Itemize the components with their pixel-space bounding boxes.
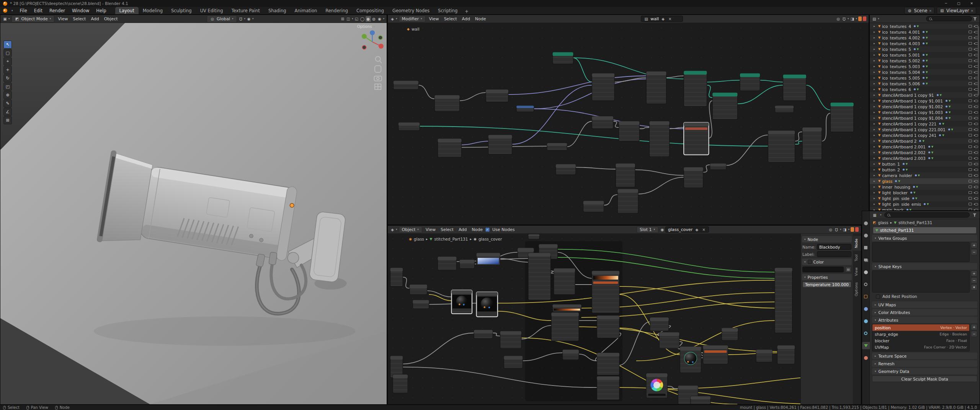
node[interactable] [553,52,573,64]
node-header[interactable] [477,292,498,296]
outliner-row[interactable]: ▸▼ico_textures_4.003▼ [870,41,980,46]
proportional-editing-icon[interactable]: ◉ [246,16,252,22]
sidebar-tab-tool[interactable]: Tool [853,252,861,264]
outliner-row[interactable]: ▸▼light_pin_side▼ [870,195,980,201]
show-gizmo-icon[interactable]: ⊞ [340,16,345,22]
outliner-row[interactable]: ▸▼glass▼ [870,178,980,184]
tool-annotate-icon[interactable]: ✎ [3,99,12,107]
object-name[interactable]: ico_textures_6 [882,87,911,92]
object-name[interactable]: light_pin_side [882,196,910,201]
object-name[interactable]: button_1 [882,162,900,166]
object-name[interactable]: stencilArtboard 1 copy 91.004 [882,116,943,120]
properties-tab-particles[interactable] [862,317,870,325]
workspace-tab[interactable]: UV Editing [196,7,227,14]
sidebar-tab-node[interactable]: Node [853,236,861,251]
outliner-row[interactable]: ▸▼stencilArtboard 2.001▼ [870,144,980,150]
node-header[interactable] [390,356,403,360]
node-header[interactable] [703,345,728,349]
expand-icon[interactable]: ▸ [874,70,877,74]
outliner-row[interactable]: ▸▼stencilArtboard 2.003▼ [870,155,980,161]
object-name[interactable]: stencilArtboard 2 [882,139,916,143]
node[interactable] [703,345,728,364]
node[interactable] [777,345,795,364]
expand-icon[interactable]: ▸ [874,24,877,28]
node[interactable] [554,268,575,294]
snap-magnet-icon[interactable]: Ω [834,227,839,233]
toggle-orange-icon[interactable] [858,16,862,21]
hide-render-icon[interactable] [975,123,978,125]
node-header[interactable] [710,164,726,166]
object-name[interactable]: stencilArtboard 1 copy 221 [882,122,936,126]
hide-render-icon[interactable] [975,186,978,188]
node-header[interactable] [438,257,456,260]
tool-measure-icon[interactable]: ∠ [3,108,12,116]
snap-magnet-icon[interactable]: Ω [841,16,847,22]
menu-select[interactable]: Select [438,227,456,232]
temperature-field[interactable]: Temperature100.000 [802,281,851,288]
menu-node[interactable]: Node [473,16,488,21]
node-header[interactable] [451,290,472,294]
tool-options-dropdown[interactable]: Options▾ [357,24,375,29]
object-name[interactable]: stencilArtboard 2.002 [882,150,926,155]
minimize-button[interactable]: ─ [945,2,947,5]
object-name[interactable]: stencilArtboard 2.003 [882,156,926,161]
hide-viewport-icon[interactable] [969,145,972,148]
outliner-row[interactable]: ▸▼button_2▼ [870,167,980,172]
outliner-row[interactable]: ▸▼light_pin_side_emis▼ [870,201,980,207]
expand-icon[interactable]: ▸ [874,36,877,39]
panel-header[interactable]: ▸UV Maps [872,301,977,308]
node[interactable] [616,164,635,187]
node-header[interactable] [650,317,669,321]
expand-icon[interactable]: ▸ [874,191,877,194]
object-name[interactable]: ico_textures_4.003 [882,41,920,46]
remove-attribute-button[interactable]: − [971,331,977,337]
clear-sculpt-mask-button[interactable]: Clear Sculpt Mask Data [872,376,977,382]
node-header[interactable] [597,376,619,380]
panel-header[interactable]: ▸Remesh [872,360,977,367]
node[interactable] [486,89,508,102]
menu-add[interactable]: Add [460,16,472,21]
node[interactable] [451,290,472,314]
hide-viewport-icon[interactable] [969,82,972,85]
node[interactable] [617,189,638,213]
node[interactable] [830,102,853,132]
expand-icon[interactable]: ▸ [874,133,877,137]
add-shape-key-button[interactable]: + [971,270,977,277]
expand-icon[interactable]: ▸ [874,202,877,206]
expand-icon[interactable]: ▸ [874,162,877,166]
hide-viewport-icon[interactable] [969,140,972,142]
hide-viewport-icon[interactable] [969,76,972,79]
node[interactable] [528,253,551,300]
editor-type-icon[interactable]: ▦ [872,212,877,218]
pin-icon[interactable]: ◎ [836,16,841,22]
node-header[interactable] [500,331,521,335]
expand-icon[interactable]: ▸ [874,139,877,143]
menu-select[interactable]: Select [442,16,459,21]
object-name[interactable]: stencilArtboard 1 copy 91.003 [882,110,943,115]
node-header[interactable] [646,373,667,377]
panel-header[interactable]: ▾Geometry Data [872,368,977,374]
node-header[interactable] [563,350,579,353]
node-tree-type-dropdown[interactable]: Modifier▾ [399,16,426,22]
outliner-row[interactable]: ▸▼stencilArtboard 2.002▼ [870,150,980,155]
outliner-row[interactable]: ▸▼ico_textures_6▼ [870,86,980,92]
hide-render-icon[interactable] [975,140,978,142]
tool-scale-icon[interactable]: ◰ [3,83,12,91]
node-header[interactable] [394,81,418,84]
hide-render-icon[interactable] [975,209,978,211]
node-header[interactable] [393,374,408,378]
outliner-row[interactable]: ▸▼ico_textures_4▼ [870,23,980,29]
hide-viewport-icon[interactable] [969,105,972,108]
node-header[interactable] [649,121,669,125]
expand-icon[interactable]: ▸ [874,59,877,62]
node-header[interactable] [802,127,822,131]
properties-tab-render[interactable] [862,232,870,239]
properties-tab-world[interactable] [862,281,870,288]
hide-viewport-icon[interactable] [969,42,972,45]
scene-selector[interactable]: ◍Scene× [904,7,934,14]
object-name[interactable]: glass [882,179,892,184]
node-header[interactable] [712,93,737,96]
hide-render-icon[interactable] [975,174,978,177]
node-header[interactable] [434,95,459,99]
hide-render-icon[interactable] [975,134,978,137]
